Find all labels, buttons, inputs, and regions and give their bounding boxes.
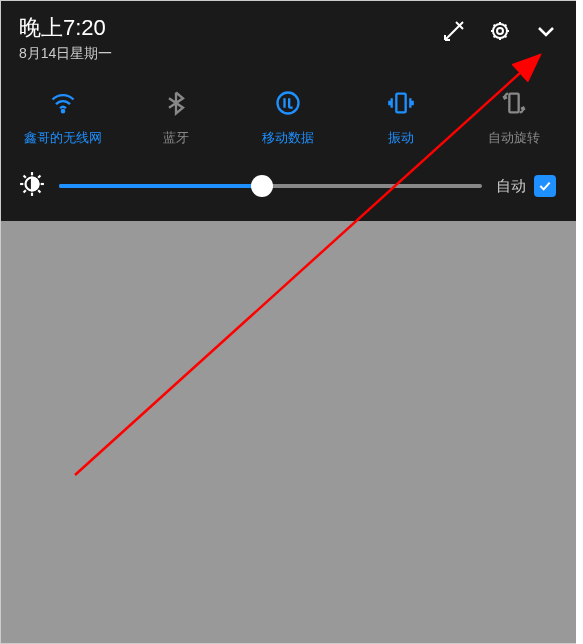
header-actions [442,13,558,47]
auto-rotate-label: 自动旋转 [488,129,540,147]
bluetooth-toggle[interactable]: 蓝牙 [120,89,233,147]
auto-rotate-icon [500,89,528,121]
svg-line-21 [24,190,26,192]
svg-point-10 [62,110,64,112]
auto-rotate-toggle[interactable]: 自动旋转 [457,89,570,147]
svg-rect-12 [396,94,405,113]
time-block: 晚上7:20 8月14日星期一 [19,13,112,63]
svg-line-8 [494,36,495,37]
mobile-data-label: 移动数据 [262,129,314,147]
slider-thumb[interactable] [251,175,273,197]
phone-screen: 晚上7:20 8月14日星期一 [0,0,576,644]
settings-icon[interactable] [488,19,512,47]
auto-brightness-checkbox[interactable] [534,175,556,197]
quick-settings-row: 鑫哥的无线网 蓝牙 移动数据 [1,71,576,157]
bluetooth-icon [162,89,190,121]
notification-panel: 晚上7:20 8月14日星期一 [1,1,576,221]
status-bar: 晚上7:20 8月14日星期一 [1,1,576,71]
vibrate-icon [387,89,415,121]
date-text: 8月14日星期一 [19,45,112,63]
wifi-icon [49,89,77,121]
check-icon [537,178,553,194]
brightness-row: 自动 [1,157,576,221]
wifi-toggle[interactable]: 鑫哥的无线网 [7,89,120,147]
wifi-label: 鑫哥的无线网 [24,129,102,147]
clock-time: 晚上7:20 [19,13,112,43]
slider-fill [59,184,262,188]
chevron-down-icon[interactable] [534,19,558,47]
svg-rect-13 [509,94,518,113]
svg-line-9 [505,25,506,26]
svg-point-0 [493,24,507,38]
svg-line-19 [24,176,26,178]
svg-line-22 [38,176,40,178]
svg-point-1 [497,28,503,34]
svg-line-7 [505,36,506,37]
svg-line-20 [38,190,40,192]
brightness-icon [19,171,45,201]
vibrate-label: 振动 [388,129,414,147]
bluetooth-label: 蓝牙 [163,129,189,147]
svg-line-6 [494,25,495,26]
edit-icon[interactable] [442,19,466,47]
auto-brightness-group: 自动 [496,175,556,197]
mobile-data-toggle[interactable]: 移动数据 [232,89,345,147]
vibrate-toggle[interactable]: 振动 [345,89,458,147]
auto-brightness-label: 自动 [496,177,526,196]
mobile-data-icon [274,89,302,121]
brightness-slider[interactable] [59,184,482,188]
